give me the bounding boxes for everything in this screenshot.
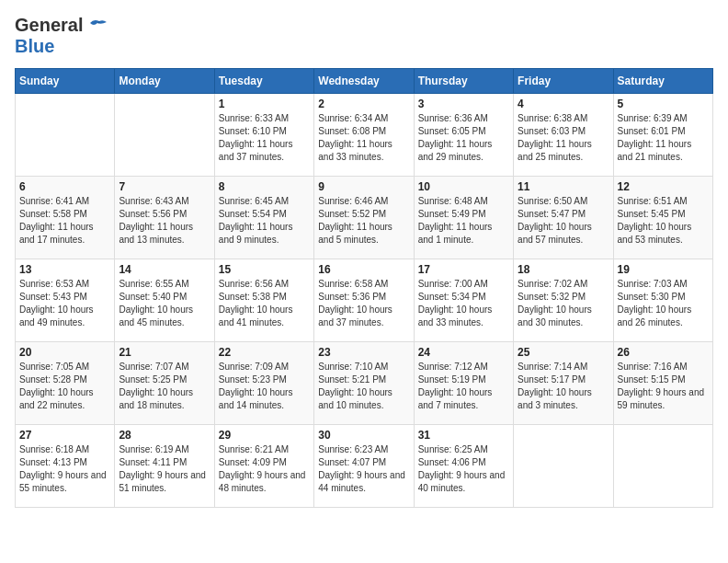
weekday-header-wednesday: Wednesday: [314, 69, 414, 94]
day-info: Sunrise: 6:51 AM Sunset: 5:45 PM Dayligh…: [618, 195, 709, 247]
calendar-cell: [514, 425, 613, 508]
day-info: Sunrise: 6:48 AM Sunset: 5:49 PM Dayligh…: [418, 195, 509, 247]
calendar-cell: 6Sunrise: 6:41 AM Sunset: 5:58 PM Daylig…: [16, 177, 115, 259]
calendar-cell: 5Sunrise: 6:39 AM Sunset: 6:01 PM Daylig…: [613, 94, 712, 177]
weekday-header-friday: Friday: [514, 69, 613, 94]
weekday-header-thursday: Thursday: [414, 69, 513, 94]
calendar-cell: 31Sunrise: 6:25 AM Sunset: 4:06 PM Dayli…: [414, 425, 513, 508]
calendar-cell: 20Sunrise: 7:05 AM Sunset: 5:28 PM Dayli…: [16, 342, 115, 425]
day-number: 2: [318, 98, 409, 110]
day-number: 7: [119, 180, 210, 193]
day-number: 16: [318, 263, 409, 276]
day-number: 6: [19, 180, 110, 193]
weekday-header-monday: Monday: [115, 69, 214, 94]
calendar-cell: 14Sunrise: 6:55 AM Sunset: 5:40 PM Dayli…: [115, 259, 214, 342]
day-info: Sunrise: 6:21 AM Sunset: 4:09 PM Dayligh…: [219, 443, 310, 495]
calendar-cell: 29Sunrise: 6:21 AM Sunset: 4:09 PM Dayli…: [214, 425, 313, 508]
logo-bird-icon: [86, 17, 107, 34]
day-number: 1: [219, 98, 310, 110]
calendar-cell: 30Sunrise: 6:23 AM Sunset: 4:07 PM Dayli…: [314, 425, 414, 508]
calendar-cell: 23Sunrise: 7:10 AM Sunset: 5:21 PM Dayli…: [314, 342, 414, 425]
day-number: 30: [318, 429, 409, 442]
calendar-cell: 9Sunrise: 6:46 AM Sunset: 5:52 PM Daylig…: [314, 177, 414, 259]
day-number: 22: [219, 346, 310, 359]
day-number: 31: [418, 429, 509, 442]
calendar-cell: 13Sunrise: 6:53 AM Sunset: 5:43 PM Dayli…: [16, 259, 115, 342]
header: General Blue: [15, 15, 713, 57]
weekday-header-tuesday: Tuesday: [214, 69, 313, 94]
day-number: 24: [418, 346, 509, 359]
day-number: 17: [418, 263, 509, 276]
day-info: Sunrise: 7:12 AM Sunset: 5:19 PM Dayligh…: [418, 361, 509, 412]
day-info: Sunrise: 7:09 AM Sunset: 5:23 PM Dayligh…: [219, 361, 310, 412]
calendar-week-row: 1Sunrise: 6:33 AM Sunset: 6:10 PM Daylig…: [16, 94, 713, 177]
day-info: Sunrise: 7:05 AM Sunset: 5:28 PM Dayligh…: [19, 361, 110, 412]
day-info: Sunrise: 7:07 AM Sunset: 5:25 PM Dayligh…: [119, 361, 210, 412]
calendar-cell: [16, 94, 115, 177]
day-number: 14: [119, 263, 210, 276]
weekday-header-saturday: Saturday: [613, 69, 712, 94]
day-info: Sunrise: 7:14 AM Sunset: 5:17 PM Dayligh…: [518, 361, 609, 412]
day-info: Sunrise: 6:46 AM Sunset: 5:52 PM Dayligh…: [318, 195, 409, 247]
calendar-cell: [115, 94, 214, 177]
logo: General Blue: [15, 15, 107, 57]
day-number: 4: [518, 98, 609, 110]
calendar-cell: 7Sunrise: 6:43 AM Sunset: 5:56 PM Daylig…: [115, 177, 214, 259]
calendar-cell: 15Sunrise: 6:56 AM Sunset: 5:38 PM Dayli…: [214, 259, 313, 342]
calendar-cell: 11Sunrise: 6:50 AM Sunset: 5:47 PM Dayli…: [514, 177, 613, 259]
day-number: 11: [518, 180, 609, 193]
calendar-cell: 21Sunrise: 7:07 AM Sunset: 5:25 PM Dayli…: [115, 342, 214, 425]
day-number: 25: [518, 346, 609, 359]
day-info: Sunrise: 7:10 AM Sunset: 5:21 PM Dayligh…: [318, 361, 409, 412]
calendar-cell: 27Sunrise: 6:18 AM Sunset: 4:13 PM Dayli…: [16, 425, 115, 508]
calendar-cell: 28Sunrise: 6:19 AM Sunset: 4:11 PM Dayli…: [115, 425, 214, 508]
day-info: Sunrise: 6:53 AM Sunset: 5:43 PM Dayligh…: [19, 278, 110, 329]
day-info: Sunrise: 6:19 AM Sunset: 4:11 PM Dayligh…: [119, 443, 210, 495]
day-info: Sunrise: 7:02 AM Sunset: 5:32 PM Dayligh…: [518, 278, 609, 329]
day-number: 28: [119, 429, 210, 442]
day-number: 8: [219, 180, 310, 193]
day-number: 13: [19, 263, 110, 276]
weekday-header-row: SundayMondayTuesdayWednesdayThursdayFrid…: [16, 69, 713, 94]
calendar-week-row: 13Sunrise: 6:53 AM Sunset: 5:43 PM Dayli…: [16, 259, 713, 342]
day-info: Sunrise: 7:16 AM Sunset: 5:15 PM Dayligh…: [618, 361, 709, 412]
day-number: 21: [119, 346, 210, 359]
calendar-cell: 3Sunrise: 6:36 AM Sunset: 6:05 PM Daylig…: [414, 94, 513, 177]
calendar-cell: 26Sunrise: 7:16 AM Sunset: 5:15 PM Dayli…: [613, 342, 712, 425]
day-number: 27: [19, 429, 110, 442]
logo-blue-text: Blue: [15, 36, 54, 56]
calendar-cell: 12Sunrise: 6:51 AM Sunset: 5:45 PM Dayli…: [613, 177, 712, 259]
calendar-cell: 19Sunrise: 7:03 AM Sunset: 5:30 PM Dayli…: [613, 259, 712, 342]
calendar-cell: 8Sunrise: 6:45 AM Sunset: 5:54 PM Daylig…: [214, 177, 313, 259]
calendar-cell: 10Sunrise: 6:48 AM Sunset: 5:49 PM Dayli…: [414, 177, 513, 259]
day-number: 5: [618, 98, 709, 110]
day-info: Sunrise: 6:55 AM Sunset: 5:40 PM Dayligh…: [119, 278, 210, 329]
calendar-week-row: 6Sunrise: 6:41 AM Sunset: 5:58 PM Daylig…: [16, 177, 713, 259]
calendar-cell: 25Sunrise: 7:14 AM Sunset: 5:17 PM Dayli…: [514, 342, 613, 425]
day-info: Sunrise: 6:18 AM Sunset: 4:13 PM Dayligh…: [19, 443, 110, 495]
day-info: Sunrise: 6:56 AM Sunset: 5:38 PM Dayligh…: [219, 278, 310, 329]
logo-general-text: General: [15, 15, 83, 36]
calendar-cell: 2Sunrise: 6:34 AM Sunset: 6:08 PM Daylig…: [314, 94, 414, 177]
calendar-week-row: 20Sunrise: 7:05 AM Sunset: 5:28 PM Dayli…: [16, 342, 713, 425]
calendar-cell: 1Sunrise: 6:33 AM Sunset: 6:10 PM Daylig…: [214, 94, 313, 177]
day-number: 10: [418, 180, 509, 193]
day-info: Sunrise: 7:03 AM Sunset: 5:30 PM Dayligh…: [618, 278, 709, 329]
calendar-cell: 22Sunrise: 7:09 AM Sunset: 5:23 PM Dayli…: [214, 342, 313, 425]
calendar-cell: 18Sunrise: 7:02 AM Sunset: 5:32 PM Dayli…: [514, 259, 613, 342]
day-number: 18: [518, 263, 609, 276]
day-number: 26: [618, 346, 709, 359]
day-number: 3: [418, 98, 509, 110]
day-info: Sunrise: 6:58 AM Sunset: 5:36 PM Dayligh…: [318, 278, 409, 329]
calendar-cell: [613, 425, 712, 508]
day-info: Sunrise: 6:50 AM Sunset: 5:47 PM Dayligh…: [518, 195, 609, 247]
calendar-cell: 4Sunrise: 6:38 AM Sunset: 6:03 PM Daylig…: [514, 94, 613, 177]
day-info: Sunrise: 6:34 AM Sunset: 6:08 PM Dayligh…: [318, 112, 409, 164]
day-number: 12: [618, 180, 709, 193]
day-number: 23: [318, 346, 409, 359]
calendar-week-row: 27Sunrise: 6:18 AM Sunset: 4:13 PM Dayli…: [16, 425, 713, 508]
day-info: Sunrise: 6:39 AM Sunset: 6:01 PM Dayligh…: [618, 112, 709, 164]
day-info: Sunrise: 7:00 AM Sunset: 5:34 PM Dayligh…: [418, 278, 509, 329]
day-info: Sunrise: 6:36 AM Sunset: 6:05 PM Dayligh…: [418, 112, 509, 164]
calendar-cell: 17Sunrise: 7:00 AM Sunset: 5:34 PM Dayli…: [414, 259, 513, 342]
